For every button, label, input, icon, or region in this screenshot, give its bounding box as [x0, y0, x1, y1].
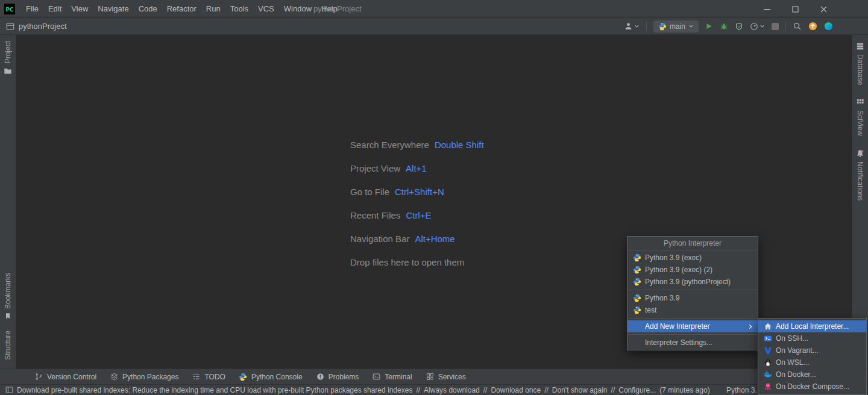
close-button[interactable] [810, 0, 838, 18]
toolwindow-button[interactable]: TODO [185, 372, 231, 381]
bookmark-icon [4, 313, 11, 320]
terminal-icon [372, 372, 381, 381]
folder-icon [4, 67, 12, 75]
window-controls [753, 0, 838, 18]
run-config-selector[interactable]: main [653, 20, 699, 33]
hint-shortcut[interactable]: Double Shift [435, 140, 484, 150]
code-with-me-button[interactable] [824, 22, 833, 31]
menu-item[interactable]: Code [134, 4, 162, 13]
interpreter-option[interactable]: Python 3.9 (pythonProject) [627, 276, 758, 288]
menu-item[interactable]: Refactor [162, 4, 201, 13]
profile-button[interactable] [624, 22, 640, 31]
sciview-label: SciView [856, 110, 864, 135]
status-separator: // [544, 386, 549, 394]
interpreter-option[interactable]: Interpreter Settings... [627, 337, 758, 349]
toolwindow-button-label: Python Console [251, 373, 303, 381]
interpreter-popup: Python Interpreter Python 3.9 (exec) Pyt… [627, 236, 758, 350]
submenu-option[interactable]: On Docker Compose... [758, 381, 866, 393]
toolwindow-button-label: Version Control [47, 373, 96, 381]
toolwindow-button-label: Terminal [385, 373, 412, 381]
python-icon [632, 253, 641, 263]
toolwindow-bookmarks-button[interactable]: Bookmarks [4, 273, 12, 320]
toolwindow-button[interactable]: Problems [309, 372, 366, 381]
toolbar-project-name: pythonProject [19, 22, 67, 31]
status-link[interactable]: Don't show again [552, 386, 608, 394]
problems-icon [316, 372, 325, 381]
minimize-button[interactable] [753, 0, 781, 18]
run-config-name: main [670, 22, 685, 31]
toolbar-project-widget[interactable]: pythonProject [0, 22, 67, 31]
hint-label: Drop files here to open them [350, 257, 464, 267]
toolwindow-switcher-icon[interactable] [5, 386, 13, 394]
submenu-option-label: On SSH... [776, 334, 861, 343]
toolwindow-structure-button[interactable]: Structure [4, 331, 12, 360]
search-icon [793, 22, 802, 31]
main-toolbar: pythonProject main [0, 18, 868, 35]
database-label: Database [856, 54, 864, 85]
chevron-down-icon [688, 23, 694, 29]
toolwindow-button[interactable]: Terminal [365, 372, 418, 381]
submenu-option[interactable]: On WSL... [758, 356, 866, 369]
menu-item[interactable]: VCS [253, 4, 279, 13]
interpreter-popup-list: Python 3.9 (exec) Python 3.9 (exec) (2) … [627, 250, 758, 350]
debug-button[interactable] [720, 22, 728, 31]
interpreter-option-label: Python 3.9 (exec) [645, 253, 753, 262]
submenu-option[interactable]: On SSH... [758, 332, 866, 344]
interpreter-option[interactable]: test [627, 304, 758, 316]
toolwindow-button[interactable]: Python Packages [103, 372, 185, 381]
person-icon [624, 22, 633, 31]
interpreter-option[interactable]: Python 3.9 (exec) (2) [627, 264, 758, 276]
menu-item[interactable]: File [21, 4, 43, 13]
toolwindow-database-button[interactable]: Database [856, 42, 864, 85]
hint-line: Drop files here to open them [350, 250, 484, 274]
status-link[interactable]: Always download [424, 386, 480, 394]
toolwindow-button[interactable]: Services [419, 372, 473, 381]
toolwindow-sciview-button[interactable]: SciView [856, 98, 864, 135]
submenu-option-label: Add Local Interpreter... [776, 322, 861, 331]
toolwindow-button-label: TODO [204, 373, 225, 381]
menu-item[interactable]: Edit [43, 4, 66, 13]
toolwindow-button-label: Python Packages [122, 373, 178, 381]
notifications-label: Notifications [856, 161, 864, 201]
interpreter-option-label: Python 3.9 [645, 294, 753, 302]
todo-icon [192, 372, 201, 381]
maximize-button[interactable] [781, 0, 810, 18]
stop-button[interactable] [772, 23, 779, 30]
submenu-option[interactable]: On Vagrant... [758, 344, 866, 356]
toolwindow-button[interactable]: Version Control [28, 372, 103, 381]
menu-item[interactable]: Navigate [93, 4, 133, 13]
svg-text:PC: PC [5, 7, 14, 13]
search-everywhere-button[interactable] [793, 22, 802, 31]
status-interpreter[interactable]: Python 3. [726, 386, 757, 394]
update-indicator-button[interactable] [808, 22, 817, 31]
status-link[interactable]: Configure... [618, 386, 656, 394]
status-message: Download pre-built shared indexes: Reduc… [17, 386, 412, 394]
hint-shortcut[interactable]: Ctrl+Shift+N [395, 187, 444, 197]
hint-shortcut[interactable]: Alt+Home [415, 234, 454, 244]
toolwindow-notifications-button[interactable]: Notifications [856, 149, 864, 201]
docker-icon [763, 370, 772, 379]
interpreter-option[interactable]: Add New Interpreter [627, 320, 758, 332]
run-button[interactable] [705, 22, 713, 30]
toolbar-divider [646, 22, 647, 31]
toolwindow-button[interactable]: Python Console [232, 372, 309, 381]
coverage-button[interactable] [735, 22, 743, 31]
statusbar: Download pre-built shared indexes: Reduc… [0, 384, 868, 395]
menu-item[interactable]: View [66, 4, 93, 13]
hint-line: Recent Files Ctrl+E [350, 204, 484, 227]
hint-shortcut[interactable]: Ctrl+E [406, 210, 431, 220]
menu-item[interactable]: Run [201, 4, 225, 13]
profiler-button[interactable] [750, 22, 765, 31]
interpreter-option[interactable]: Python 3.9 (exec) [627, 252, 758, 264]
menu-separator [628, 290, 757, 290]
hint-shortcut[interactable]: Alt+1 [406, 163, 427, 173]
interpreter-option[interactable]: Python 3.9 [627, 292, 758, 304]
menu-item[interactable]: Tools [225, 4, 253, 13]
docker-compose-icon [763, 382, 772, 391]
menu-item[interactable]: Window [279, 4, 316, 13]
status-link[interactable]: Download once [491, 386, 541, 394]
submenu-option[interactable]: Add Local Interpreter... [758, 320, 866, 332]
toolwindow-project-button[interactable]: Project [4, 41, 12, 75]
menu-separator [628, 318, 757, 319]
submenu-option[interactable]: On Docker... [758, 369, 866, 381]
